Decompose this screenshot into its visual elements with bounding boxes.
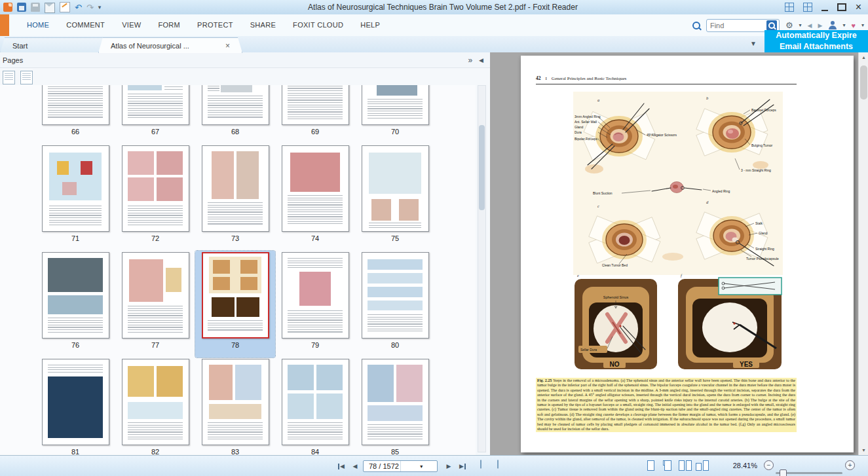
document-scrollbar[interactable]: [858, 52, 868, 455]
thumbnail-scrollbar[interactable]: [478, 85, 486, 452]
page-thumbnail-82[interactable]: 82: [115, 357, 195, 455]
page-thumbnail-79[interactable]: 79: [275, 251, 355, 357]
feedback-heart-icon[interactable]: [851, 22, 856, 29]
document-scrollbar-thumb[interactable]: [860, 65, 867, 100]
document-page[interactable]: 42IGeneral Principles and Basic Techniqu…: [521, 56, 854, 452]
page-thumbnail-71[interactable]: 71: [35, 144, 115, 251]
thumbnail-scrollbar-thumb[interactable]: [479, 125, 485, 210]
thumbnail-image[interactable]: [122, 145, 189, 232]
thumbnail-image[interactable]: [202, 145, 269, 232]
select-text-icon[interactable]: [480, 460, 481, 469]
tab-view[interactable]: VIEW: [113, 14, 149, 36]
thumbnail-image[interactable]: [282, 85, 349, 125]
thumbnail-image[interactable]: [362, 145, 429, 232]
maximize-button[interactable]: [837, 3, 846, 11]
previous-page-button[interactable]: [349, 460, 361, 472]
facing-continuous-view-icon[interactable]: [696, 460, 709, 471]
thumbnail-small-icon[interactable]: [3, 71, 15, 84]
tab-form[interactable]: FORM: [149, 14, 189, 36]
page-thumbnail-84[interactable]: 84: [275, 357, 355, 455]
doc-tab-atlas[interactable]: Atlas of Neurosurgical ...: [98, 37, 242, 53]
tab-foxit-cloud[interactable]: FOXIT CLOUD: [284, 14, 352, 36]
scroll-up-arrow[interactable]: [859, 52, 868, 62]
page-thumbnail-83[interactable]: 83: [195, 357, 275, 455]
find-input[interactable]: [709, 21, 766, 30]
grid-view-icon[interactable]: [803, 3, 812, 12]
minimize-button[interactable]: [821, 4, 828, 11]
thumbnail-image[interactable]: [202, 359, 269, 445]
connected-pdf-icon[interactable]: [785, 3, 794, 12]
next-page-button[interactable]: [443, 460, 455, 472]
thumbnail-image[interactable]: [42, 145, 109, 232]
page-thumbnail-72[interactable]: 72: [115, 144, 195, 251]
page-thumbnail-74[interactable]: 74: [275, 144, 355, 251]
page-thumbnail-77[interactable]: 77: [115, 251, 195, 357]
redo-icon[interactable]: [86, 3, 94, 12]
snapshot-icon[interactable]: [497, 460, 499, 469]
save-icon[interactable]: [17, 3, 26, 12]
user-dropdown[interactable]: [842, 22, 845, 28]
tab-help[interactable]: HELP: [352, 14, 388, 36]
close-button[interactable]: [856, 2, 861, 12]
tab-share[interactable]: SHARE: [242, 14, 284, 36]
edit-icon[interactable]: [60, 2, 70, 12]
find-next-icon[interactable]: [818, 22, 823, 29]
thumbnail-image[interactable]: [202, 85, 269, 125]
zoom-in-button[interactable]: [845, 460, 855, 470]
page-field-dropdown[interactable]: [400, 461, 438, 471]
zoom-slider-knob[interactable]: [780, 469, 787, 476]
find-previous-icon[interactable]: [808, 22, 812, 29]
scroll-down-arrow[interactable]: [859, 445, 868, 455]
thumbnail-image[interactable]: [362, 85, 429, 125]
gear-icon[interactable]: [785, 20, 793, 30]
page-thumbnail-85[interactable]: 85: [355, 357, 435, 455]
close-tab-icon[interactable]: [225, 41, 230, 50]
zoom-out-button[interactable]: [764, 460, 774, 470]
page-number-field[interactable]: 78 / 1572: [363, 460, 438, 472]
last-page-button[interactable]: [457, 460, 468, 472]
file-menu-button[interactable]: [0, 14, 9, 36]
user-account-icon[interactable]: [828, 21, 837, 29]
page-thumbnail-73[interactable]: 73: [195, 144, 275, 251]
thumbnail-image[interactable]: [282, 359, 349, 445]
feedback-dropdown[interactable]: [861, 22, 864, 28]
thumbnail-image[interactable]: [282, 145, 349, 232]
thumbnail-large-icon[interactable]: [20, 71, 33, 84]
thumbnail-image[interactable]: [362, 359, 429, 445]
page-thumbnail-69[interactable]: 69: [275, 85, 355, 144]
tab-protect[interactable]: PROTECT: [189, 14, 242, 36]
panel-expand-icon[interactable]: [468, 56, 472, 65]
panel-collapse-icon[interactable]: [479, 57, 483, 64]
promo-banner[interactable]: Automatically Expire Email Attachments: [764, 30, 868, 52]
thumbnail-image[interactable]: [42, 85, 109, 125]
thumbnail-image[interactable]: [42, 252, 109, 339]
page-thumbnail-67[interactable]: 67: [115, 85, 195, 144]
thumbnail-image[interactable]: [122, 359, 189, 445]
tab-home[interactable]: HOME: [18, 14, 58, 36]
tab-list-dropdown[interactable]: [750, 40, 757, 47]
page-thumbnail-68[interactable]: 68: [195, 85, 275, 144]
thumbnail-image[interactable]: [282, 252, 349, 339]
thumbnail-image[interactable]: [122, 85, 189, 125]
thumbnail-image[interactable]: [202, 252, 269, 339]
single-page-view-icon[interactable]: [647, 460, 654, 471]
file-icon[interactable]: [3, 3, 12, 12]
page-thumbnail-75[interactable]: 75: [355, 144, 435, 251]
thumbnail-image[interactable]: [362, 252, 429, 339]
page-thumbnail-78[interactable]: 78: [195, 251, 275, 357]
first-page-button[interactable]: [335, 460, 347, 472]
find-button[interactable]: [766, 20, 777, 31]
gear-dropdown[interactable]: [799, 22, 802, 28]
page-thumbnail-66[interactable]: 66: [35, 85, 115, 144]
page-thumbnail-70[interactable]: 70: [355, 85, 435, 144]
undo-icon[interactable]: [75, 3, 82, 12]
page-thumbnail-80[interactable]: 80: [355, 251, 435, 357]
tab-comment[interactable]: COMMENT: [58, 14, 113, 36]
search-icon[interactable]: [692, 22, 700, 29]
page-thumbnail-76[interactable]: 76: [35, 251, 115, 357]
facing-view-icon[interactable]: [679, 460, 692, 471]
zoom-slider[interactable]: [776, 472, 842, 474]
print-icon[interactable]: [31, 3, 40, 12]
thumbnail-image[interactable]: [122, 252, 189, 339]
continuous-view-icon[interactable]: [663, 460, 671, 466]
